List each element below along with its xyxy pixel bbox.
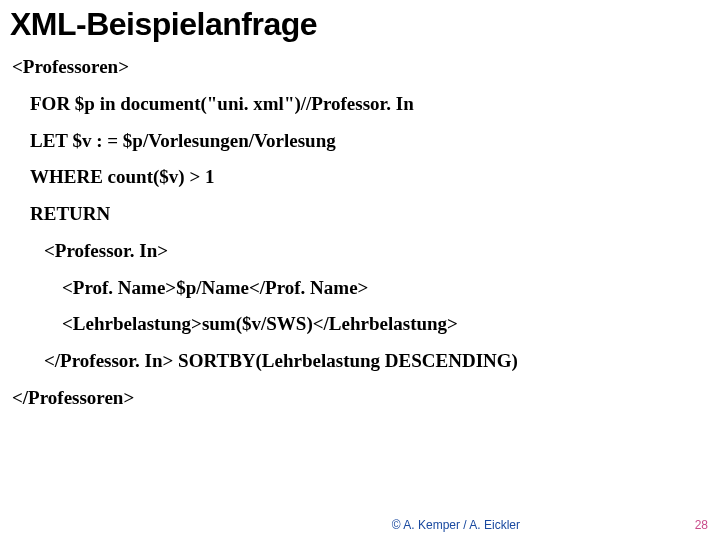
slide: XML-Beispielanfrage <Professoren> FOR $p… [0, 0, 720, 540]
code-line: RETURN [12, 202, 708, 226]
code-line: <Professor. In> [12, 239, 708, 263]
slide-title: XML-Beispielanfrage [0, 0, 720, 49]
copyright-text: © A. Kemper / A. Eickler [392, 518, 520, 532]
code-line: </Professor. In> SORTBY(Lehrbelastung DE… [12, 349, 708, 373]
code-line: <Professoren> [12, 55, 708, 79]
code-line: FOR $p in document("uni. xml")//Professo… [12, 92, 708, 116]
page-number: 28 [695, 518, 708, 532]
code-line: WHERE count($v) > 1 [12, 165, 708, 189]
slide-body: <Professoren> FOR $p in document("uni. x… [0, 49, 720, 410]
code-line: LET $v : = $p/Vorlesungen/Vorlesung [12, 129, 708, 153]
code-line: </Professoren> [12, 386, 708, 410]
code-line: <Prof. Name>$p/Name</Prof. Name> [12, 276, 708, 300]
code-line: <Lehrbelastung>sum($v/SWS)</Lehrbelastun… [12, 312, 708, 336]
